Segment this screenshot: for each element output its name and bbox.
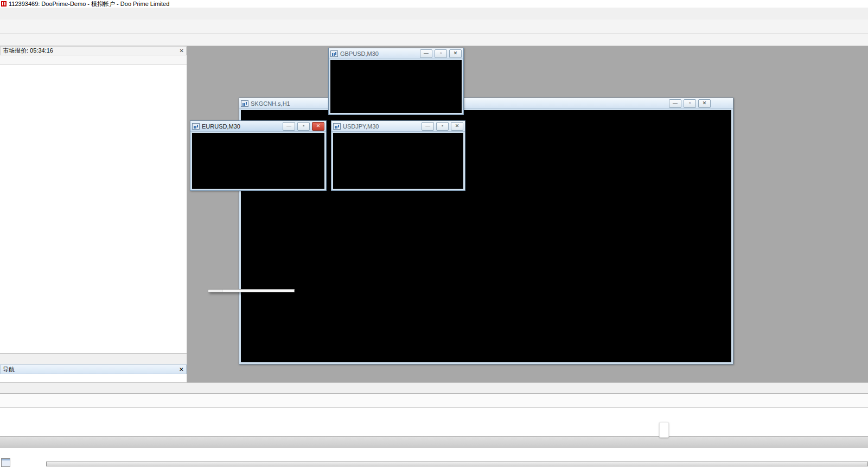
chart-window-titlebar[interactable]: SKGCNH.s,H1 — ▫ ✕ [239, 98, 733, 109]
standard-toolbar [0, 20, 868, 34]
minimize-button[interactable]: — [420, 49, 432, 58]
restore-button[interactable]: ▫ [436, 122, 449, 131]
market-watch-header: 市场报价: 05:34:16 ✕ [0, 46, 187, 55]
sogou-input-bar [659, 422, 669, 438]
navigator-title: 导航 [3, 366, 15, 374]
restore-button[interactable]: ▫ [297, 122, 310, 131]
menu-bar [0, 8, 868, 20]
account-status-bar [0, 436, 868, 448]
close-button[interactable]: ✕ [312, 122, 324, 131]
chart-window-title: USDJPY,M30 [343, 123, 419, 130]
navigator-header: 导航 ✕ [0, 364, 187, 374]
minimize-button[interactable]: — [283, 122, 295, 131]
mt4-application: 112393469: DooPrime-Demo - 模拟帐户 - Doo Pr… [0, 0, 868, 474]
navigator-tabs [0, 374, 187, 382]
chart-window-titlebar[interactable]: GBPUSD,M30 — ▫ ✕ [329, 48, 463, 59]
chart-icon [241, 100, 248, 107]
window-title: 112393469: DooPrime-Demo - 模拟帐户 - Doo Pr… [9, 0, 169, 8]
market-watch-tabs [0, 353, 187, 364]
orders-column-headers [0, 394, 868, 408]
market-watch-table [0, 65, 187, 353]
chart-area[interactable] [192, 133, 324, 189]
chart-icon [333, 123, 341, 130]
chart-window-usdjpy[interactable]: USDJPY,M30 — ▫ ✕ [331, 120, 465, 191]
drawing-toolbar [0, 34, 868, 46]
background-window-icon[interactable] [1, 458, 10, 467]
chart-window-title: GBPUSD,M30 [340, 50, 418, 57]
background-window-edge[interactable] [46, 462, 868, 466]
market-watch-title: 市场报价: 05:34:16 [3, 47, 53, 55]
chart-area[interactable] [333, 133, 463, 189]
close-button[interactable]: ✕ [698, 99, 711, 108]
chart-window-eurusd[interactable]: EURUSD,M30 — ▫ ✕ [190, 120, 327, 191]
minimize-button[interactable]: — [669, 99, 681, 108]
context-menu [208, 289, 295, 292]
close-icon[interactable]: ✕ [179, 366, 184, 373]
close-button[interactable]: ✕ [451, 122, 463, 131]
chart-window-gbpusd[interactable]: GBPUSD,M30 — ▫ ✕ [328, 48, 464, 115]
close-icon[interactable]: ✕ [180, 48, 184, 54]
app-logo-icon [1, 1, 7, 7]
chart-area[interactable] [330, 60, 462, 113]
chart-workspace: SKGCNH.s,H1 — ▫ ✕ GBPUSD,M30 — ▫ ✕ USDJP… [187, 46, 868, 382]
market-watch-panel: 市场报价: 05:34:16 ✕ 导航 ✕ [0, 46, 187, 382]
navigator-tabs-clipped [1, 383, 186, 392]
chart-window-title: EURUSD,M30 [202, 123, 280, 130]
market-watch-column-headers [0, 55, 187, 65]
bottom-tab-bar [0, 382, 868, 393]
minimize-button[interactable]: — [422, 122, 434, 131]
restore-button[interactable]: ▫ [684, 99, 696, 108]
close-button[interactable]: ✕ [449, 49, 462, 58]
chart-window-titlebar[interactable]: EURUSD,M30 — ▫ ✕ [190, 121, 326, 132]
window-titlebar: 112393469: DooPrime-Demo - 模拟帐户 - Doo Pr… [0, 0, 868, 8]
chart-window-titlebar[interactable]: USDJPY,M30 — ▫ ✕ [331, 121, 465, 132]
chart-icon [330, 50, 338, 57]
restore-button[interactable]: ▫ [435, 49, 447, 58]
chart-icon [192, 123, 200, 130]
